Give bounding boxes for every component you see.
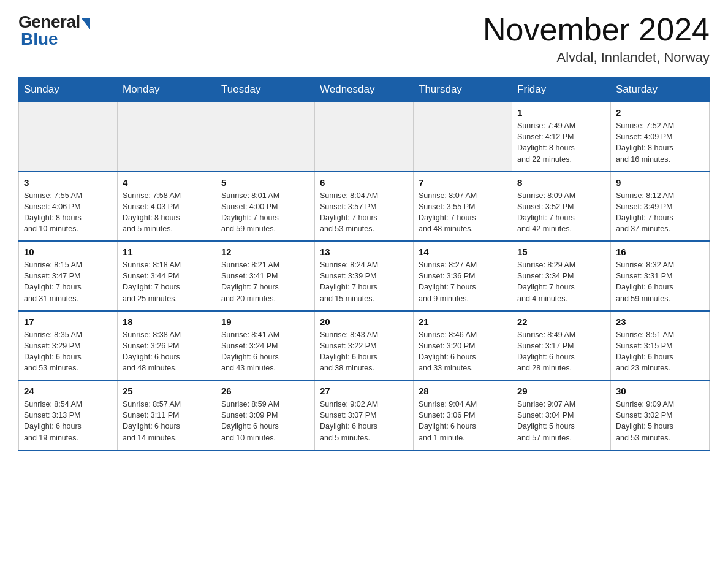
day-info: Sunrise: 8:15 AM Sunset: 3:47 PM Dayligh… (24, 259, 112, 304)
weekday-header-wednesday: Wednesday (315, 77, 414, 102)
day-cell: 28Sunrise: 9:04 AM Sunset: 3:06 PM Dayli… (414, 380, 512, 450)
day-cell (315, 102, 414, 172)
weekday-header-thursday: Thursday (414, 77, 512, 102)
day-info: Sunrise: 7:58 AM Sunset: 4:03 PM Dayligh… (123, 190, 211, 235)
day-number: 16 (616, 247, 704, 257)
day-info: Sunrise: 7:49 AM Sunset: 4:12 PM Dayligh… (517, 120, 605, 165)
day-cell: 2Sunrise: 7:52 AM Sunset: 4:09 PM Daylig… (611, 102, 710, 172)
day-info: Sunrise: 8:38 AM Sunset: 3:26 PM Dayligh… (123, 329, 211, 374)
day-number: 21 (419, 316, 507, 327)
day-cell (216, 102, 315, 172)
weekday-header-friday: Friday (512, 77, 611, 102)
logo-blue-text: Blue (21, 29, 58, 49)
day-cell: 12Sunrise: 8:21 AM Sunset: 3:41 PM Dayli… (216, 241, 315, 311)
day-info: Sunrise: 8:21 AM Sunset: 3:41 PM Dayligh… (221, 259, 309, 304)
logo: General Blue (18, 12, 90, 49)
day-info: Sunrise: 9:09 AM Sunset: 3:02 PM Dayligh… (616, 399, 704, 443)
day-info: Sunrise: 9:04 AM Sunset: 3:06 PM Dayligh… (419, 399, 507, 443)
day-info: Sunrise: 8:18 AM Sunset: 3:44 PM Dayligh… (123, 259, 211, 304)
day-cell: 22Sunrise: 8:49 AM Sunset: 3:17 PM Dayli… (512, 311, 611, 381)
day-number: 27 (320, 386, 408, 396)
day-number: 14 (419, 247, 507, 257)
day-info: Sunrise: 8:24 AM Sunset: 3:39 PM Dayligh… (320, 259, 408, 304)
week-row-4: 17Sunrise: 8:35 AM Sunset: 3:29 PM Dayli… (19, 311, 710, 381)
day-cell (118, 102, 216, 172)
day-info: Sunrise: 8:35 AM Sunset: 3:29 PM Dayligh… (24, 329, 112, 374)
day-number: 26 (221, 386, 309, 396)
day-cell (19, 102, 118, 172)
day-info: Sunrise: 8:46 AM Sunset: 3:20 PM Dayligh… (419, 329, 507, 374)
day-info: Sunrise: 8:09 AM Sunset: 3:52 PM Dayligh… (517, 190, 605, 235)
day-number: 1 (517, 107, 605, 118)
day-info: Sunrise: 8:41 AM Sunset: 3:24 PM Dayligh… (221, 329, 309, 374)
day-info: Sunrise: 8:07 AM Sunset: 3:55 PM Dayligh… (419, 190, 507, 235)
calendar-table: SundayMondayTuesdayWednesdayThursdayFrid… (18, 77, 710, 451)
logo-arrow-icon (82, 18, 90, 29)
day-cell: 3Sunrise: 7:55 AM Sunset: 4:06 PM Daylig… (19, 172, 118, 242)
day-number: 22 (517, 316, 605, 327)
day-cell: 27Sunrise: 9:02 AM Sunset: 3:07 PM Dayli… (315, 380, 414, 450)
day-cell: 13Sunrise: 8:24 AM Sunset: 3:39 PM Dayli… (315, 241, 414, 311)
day-cell: 30Sunrise: 9:09 AM Sunset: 3:02 PM Dayli… (611, 380, 710, 450)
day-number: 25 (123, 386, 211, 396)
day-info: Sunrise: 9:02 AM Sunset: 3:07 PM Dayligh… (320, 399, 408, 443)
day-number: 17 (24, 316, 112, 327)
day-number: 4 (123, 177, 211, 188)
day-number: 29 (517, 386, 605, 396)
day-number: 5 (221, 177, 309, 188)
day-info: Sunrise: 7:52 AM Sunset: 4:09 PM Dayligh… (616, 120, 704, 165)
day-cell: 19Sunrise: 8:41 AM Sunset: 3:24 PM Dayli… (216, 311, 315, 381)
day-number: 6 (320, 177, 408, 188)
location-subtitle: Alvdal, Innlandet, Norway (483, 50, 710, 66)
month-year-title: November 2024 (483, 12, 710, 47)
day-cell: 9Sunrise: 8:12 AM Sunset: 3:49 PM Daylig… (611, 172, 710, 242)
day-info: Sunrise: 8:59 AM Sunset: 3:09 PM Dayligh… (221, 399, 309, 443)
week-row-2: 3Sunrise: 7:55 AM Sunset: 4:06 PM Daylig… (19, 172, 710, 242)
day-cell: 4Sunrise: 7:58 AM Sunset: 4:03 PM Daylig… (118, 172, 216, 242)
day-info: Sunrise: 8:32 AM Sunset: 3:31 PM Dayligh… (616, 259, 704, 304)
weekday-header-row: SundayMondayTuesdayWednesdayThursdayFrid… (19, 77, 710, 102)
day-number: 30 (616, 386, 704, 396)
day-info: Sunrise: 8:04 AM Sunset: 3:57 PM Dayligh… (320, 190, 408, 235)
day-number: 23 (616, 316, 704, 327)
day-cell: 8Sunrise: 8:09 AM Sunset: 3:52 PM Daylig… (512, 172, 611, 242)
day-cell (414, 102, 512, 172)
day-cell: 7Sunrise: 8:07 AM Sunset: 3:55 PM Daylig… (414, 172, 512, 242)
day-cell: 16Sunrise: 8:32 AM Sunset: 3:31 PM Dayli… (611, 241, 710, 311)
day-info: Sunrise: 8:29 AM Sunset: 3:34 PM Dayligh… (517, 259, 605, 304)
day-number: 10 (24, 247, 112, 257)
day-number: 8 (517, 177, 605, 188)
day-cell: 14Sunrise: 8:27 AM Sunset: 3:36 PM Dayli… (414, 241, 512, 311)
day-info: Sunrise: 8:27 AM Sunset: 3:36 PM Dayligh… (419, 259, 507, 304)
day-number: 28 (419, 386, 507, 396)
day-cell: 29Sunrise: 9:07 AM Sunset: 3:04 PM Dayli… (512, 380, 611, 450)
day-number: 18 (123, 316, 211, 327)
page-header: General Blue November 2024 Alvdal, Innla… (18, 12, 710, 66)
day-number: 20 (320, 316, 408, 327)
day-cell: 23Sunrise: 8:51 AM Sunset: 3:15 PM Dayli… (611, 311, 710, 381)
week-row-1: 1Sunrise: 7:49 AM Sunset: 4:12 PM Daylig… (19, 102, 710, 172)
week-row-5: 24Sunrise: 8:54 AM Sunset: 3:13 PM Dayli… (19, 380, 710, 450)
weekday-header-monday: Monday (118, 77, 216, 102)
day-cell: 20Sunrise: 8:43 AM Sunset: 3:22 PM Dayli… (315, 311, 414, 381)
day-info: Sunrise: 8:51 AM Sunset: 3:15 PM Dayligh… (616, 329, 704, 374)
day-info: Sunrise: 7:55 AM Sunset: 4:06 PM Dayligh… (24, 190, 112, 235)
day-info: Sunrise: 8:01 AM Sunset: 4:00 PM Dayligh… (221, 190, 309, 235)
day-info: Sunrise: 8:49 AM Sunset: 3:17 PM Dayligh… (517, 329, 605, 374)
day-cell: 11Sunrise: 8:18 AM Sunset: 3:44 PM Dayli… (118, 241, 216, 311)
day-number: 9 (616, 177, 704, 188)
day-cell: 6Sunrise: 8:04 AM Sunset: 3:57 PM Daylig… (315, 172, 414, 242)
day-number: 11 (123, 247, 211, 257)
weekday-header-saturday: Saturday (611, 77, 710, 102)
day-number: 13 (320, 247, 408, 257)
day-number: 15 (517, 247, 605, 257)
day-info: Sunrise: 8:57 AM Sunset: 3:11 PM Dayligh… (123, 399, 211, 443)
day-cell: 24Sunrise: 8:54 AM Sunset: 3:13 PM Dayli… (19, 380, 118, 450)
day-cell: 5Sunrise: 8:01 AM Sunset: 4:00 PM Daylig… (216, 172, 315, 242)
day-number: 3 (24, 177, 112, 188)
day-number: 2 (616, 107, 704, 118)
day-number: 12 (221, 247, 309, 257)
week-row-3: 10Sunrise: 8:15 AM Sunset: 3:47 PM Dayli… (19, 241, 710, 311)
day-number: 7 (419, 177, 507, 188)
day-cell: 18Sunrise: 8:38 AM Sunset: 3:26 PM Dayli… (118, 311, 216, 381)
